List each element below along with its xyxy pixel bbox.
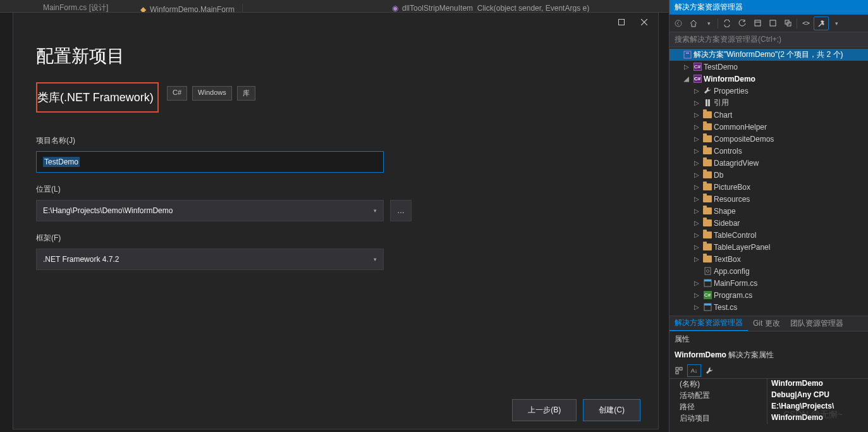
tab-team-explorer[interactable]: 团队资源管理器: [785, 316, 848, 331]
tree-item[interactable]: ▷TableLayerPanel: [669, 241, 868, 253]
browse-button[interactable]: …: [390, 200, 412, 221]
expand-arrow-icon[interactable]: ▷: [692, 207, 701, 214]
dropdown-icon[interactable]: ▾: [701, 16, 716, 30]
expand-arrow-icon[interactable]: ▷: [692, 244, 701, 250]
tree-item[interactable]: ▷Shape: [669, 205, 868, 217]
properties-header: 属性: [669, 331, 868, 347]
tree-item[interactable]: ▷PictureBox: [669, 181, 868, 193]
tree-icon: [702, 146, 712, 156]
back-icon[interactable]: [671, 16, 686, 30]
prop-value: Debug|Any CPU: [767, 390, 868, 402]
tree-icon: [702, 278, 712, 288]
expand-arrow-icon[interactable]: ▷: [692, 135, 701, 142]
categorized-icon[interactable]: [672, 364, 686, 377]
framework-select[interactable]: .NET Framework 4.7.2 ▾: [36, 249, 384, 270]
expand-arrow-icon[interactable]: ▷: [692, 219, 701, 226]
copy-icon[interactable]: [780, 16, 795, 30]
tree-item[interactable]: ▷Controls: [669, 145, 868, 157]
tree-icon: [702, 218, 712, 228]
framework-label: 框架(F): [36, 233, 635, 244]
properties-object-row: WinformDemo 解决方案属性: [669, 347, 868, 363]
tree-item[interactable]: ◢C#WinformDemo: [669, 73, 868, 85]
member-dropdown-2[interactable]: ◉ dllToolStripMenuItem_Click(object send…: [392, 4, 589, 13]
solution-explorer-panel: 解决方案资源管理器 ▾ <> ▾ 搜索解决方案资源管理器(Ctrl+;) 解决方…: [669, 0, 868, 432]
location-label: 位置(L): [36, 184, 635, 195]
expand-arrow-icon[interactable]: ▷: [692, 231, 701, 238]
project-name-input[interactable]: TestDemo: [36, 151, 384, 173]
tree-item[interactable]: ▷MainForm.cs: [669, 277, 868, 289]
tree-item[interactable]: ▷Chart: [669, 109, 868, 121]
tree-item[interactable]: ▷C#TestDemo: [669, 61, 868, 73]
prop-key: 活动配置: [669, 390, 767, 402]
tree-item[interactable]: ▷Sidebar: [669, 217, 868, 229]
tree-item[interactable]: ▷DatagridView: [669, 157, 868, 169]
create-button[interactable]: 创建(C): [583, 399, 640, 421]
expand-arrow-icon[interactable]: ▷: [692, 99, 701, 106]
expand-arrow-icon[interactable]: ▷: [692, 171, 701, 178]
refresh-icon[interactable]: [735, 16, 750, 30]
tree-item[interactable]: 解决方案"WinformDemo"(2 个项目，共 2 个): [669, 49, 868, 61]
expand-arrow-icon[interactable]: ▷: [692, 183, 701, 190]
expand-arrow-icon[interactable]: ▷: [692, 256, 701, 262]
tab-solution-explorer[interactable]: 解决方案资源管理器: [669, 316, 748, 331]
wrench-icon[interactable]: [702, 364, 716, 377]
expand-arrow-icon[interactable]: ▷: [692, 292, 701, 299]
tree-item[interactable]: ▷Test.cs: [669, 301, 868, 313]
expand-arrow-icon[interactable]: ▷: [682, 63, 691, 70]
prop-key: 路径: [669, 402, 767, 413]
dropdown2-icon[interactable]: ▾: [829, 16, 844, 30]
tree-item[interactable]: App.config: [669, 265, 868, 277]
expand-arrow-icon[interactable]: ▷: [692, 159, 701, 166]
new-project-dialog: 配置新项目 类库(.NET Framework) C# Windows 库 项目…: [13, 12, 659, 429]
location-value: E:\Hang\Projects\Demo\WinformDemo: [43, 206, 173, 215]
close-button[interactable]: [633, 15, 656, 30]
tree-icon: [702, 194, 712, 204]
tree-item[interactable]: ▷Db: [669, 169, 868, 181]
chevron-down-icon: ▾: [374, 256, 377, 262]
tree-label: Chart: [714, 111, 732, 120]
sync-icon[interactable]: [719, 16, 735, 30]
tree-label: Shape: [714, 207, 736, 216]
property-row[interactable]: (名称)WinformDemo: [669, 379, 868, 390]
tag-csharp: C#: [167, 86, 187, 101]
tree-item[interactable]: ▷CompositeDemos: [669, 133, 868, 145]
back-button[interactable]: 上一步(B): [512, 399, 577, 421]
properties-panel: 属性 WinformDemo 解决方案属性 A↓ (名称)WinformDemo…: [669, 331, 868, 432]
template-name: 类库(.NET Framework): [37, 90, 154, 105]
tree-item[interactable]: ▷TextBox: [669, 253, 868, 265]
expand-arrow-icon[interactable]: ◢: [682, 75, 691, 82]
expand-arrow-icon[interactable]: ▷: [692, 147, 701, 154]
tree-item[interactable]: ▷Properties: [669, 85, 868, 97]
tree-item[interactable]: ▷CommonHelper: [669, 121, 868, 133]
solution-tree[interactable]: 解决方案"WinformDemo"(2 个项目，共 2 个)▷C#TestDem…: [669, 47, 868, 316]
tree-item[interactable]: ▷TableControl: [669, 229, 868, 241]
search-box[interactable]: 搜索解决方案资源管理器(Ctrl+;): [669, 32, 868, 47]
property-row[interactable]: 启动项目WinformDemo: [669, 413, 868, 424]
tab-git-changes[interactable]: Git 更改: [748, 316, 785, 331]
expand-arrow-icon[interactable]: ▷: [692, 123, 701, 130]
svg-point-3: [675, 20, 682, 27]
expand-arrow-icon[interactable]: ▷: [692, 87, 701, 94]
collapse-icon[interactable]: [750, 16, 765, 30]
expand-arrow-icon[interactable]: ▷: [692, 111, 701, 118]
maximize-button[interactable]: [610, 15, 633, 30]
home-icon[interactable]: [686, 16, 701, 30]
expand-arrow-icon[interactable]: ▷: [692, 304, 701, 311]
tree-label: TableLayerPanel: [714, 243, 770, 252]
tree-icon: [702, 170, 712, 180]
properties-icon[interactable]: [814, 16, 829, 30]
show-all-icon[interactable]: [765, 16, 780, 30]
expand-arrow-icon[interactable]: ▷: [692, 280, 701, 287]
tree-item[interactable]: ▷引用: [669, 97, 868, 109]
tree-icon: C#: [692, 62, 702, 72]
tree-icon: [702, 206, 712, 216]
location-select[interactable]: E:\Hang\Projects\Demo\WinformDemo ▾: [36, 200, 384, 221]
tree-item[interactable]: ▷Resources: [669, 193, 868, 205]
code-icon[interactable]: <>: [798, 16, 814, 30]
property-row[interactable]: 路径E:\Hang\Projects\: [669, 402, 868, 413]
tree-item[interactable]: ▷C#Program.cs: [669, 289, 868, 301]
property-row[interactable]: 活动配置Debug|Any CPU: [669, 390, 868, 402]
expand-arrow-icon[interactable]: ▷: [692, 195, 701, 202]
svg-rect-9: [684, 51, 691, 58]
alphabetical-icon[interactable]: A↓: [687, 364, 701, 377]
